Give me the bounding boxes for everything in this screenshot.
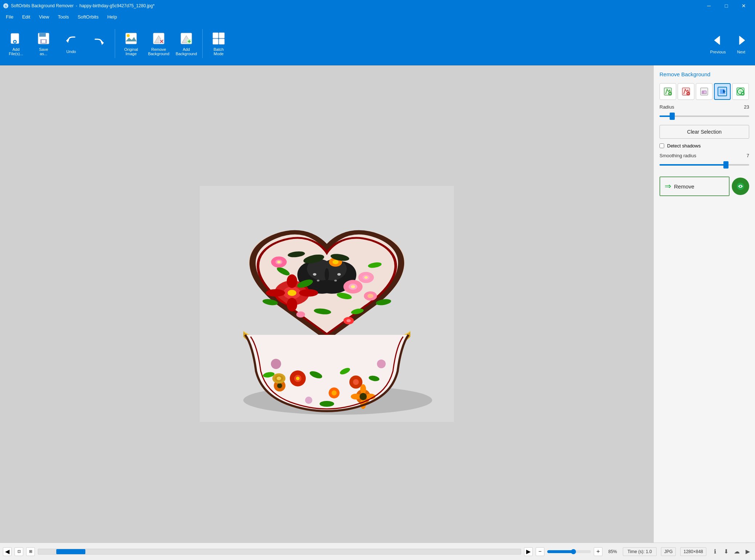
minimize-button[interactable]: ─ (701, 0, 717, 12)
previous-button[interactable]: Previous (707, 25, 729, 62)
zoom-thumb (571, 549, 576, 554)
view-mode-1[interactable]: ⊡ (15, 547, 23, 556)
zoom-level: 85% (605, 549, 620, 554)
download-icon[interactable]: ⬇ (722, 547, 730, 556)
radius-section: Radius 23 (659, 104, 749, 121)
svg-text:S: S (5, 4, 7, 8)
menu-help[interactable]: Help (103, 13, 121, 21)
window-controls: ─ □ ✕ (701, 0, 752, 12)
dimensions-label: 1280×848 (680, 547, 706, 556)
menu-softorbits[interactable]: SoftOrbits (73, 13, 103, 21)
batch-mode-icon (211, 31, 226, 46)
svg-marker-10 (66, 38, 68, 43)
zoom-in-button[interactable]: ＋ (594, 547, 602, 556)
add-file-label: AddFile(s)... (9, 47, 23, 56)
remove-background-icon (151, 31, 166, 46)
svg-point-114 (737, 183, 744, 190)
remove-brush-button[interactable] (678, 83, 694, 100)
menu-bar: File Edit View Tools SoftOrbits Help (0, 12, 755, 22)
undo-icon (64, 33, 78, 48)
keep-brush-button[interactable] (659, 83, 676, 100)
app-icon: S (3, 3, 9, 9)
detect-shadows-checkbox[interactable] (659, 143, 664, 148)
remove-cycle-button[interactable] (732, 178, 749, 195)
save-as-label: Saveas... (39, 47, 48, 56)
scroll-track[interactable] (38, 549, 521, 555)
previous-icon (711, 33, 725, 48)
svg-point-67 (277, 261, 281, 263)
redo-icon (92, 36, 106, 50)
redo-button[interactable] (86, 25, 112, 62)
menu-tools[interactable]: Tools (53, 13, 73, 21)
status-bar: ◀ ⊡ ⊞ ▶ － ＋ 85% Time (s): 1.0 JPG 1280×8… (0, 543, 755, 560)
svg-point-52 (364, 276, 368, 279)
smoothing-radius-section: Smoothing radius 7 (659, 153, 749, 169)
cloud-icon[interactable]: ☁ (732, 547, 741, 556)
svg-point-85 (360, 384, 366, 394)
zoom-out-button[interactable]: － (536, 547, 544, 556)
next-button[interactable]: Next (730, 25, 752, 62)
svg-point-36 (337, 273, 341, 276)
svg-point-99 (277, 377, 281, 380)
svg-point-54 (367, 294, 373, 298)
view-mode-2[interactable]: ⊞ (26, 547, 35, 556)
svg-point-81 (271, 359, 281, 369)
toolbar: AddFile(s)... Saveas... Undo (0, 22, 755, 65)
svg-point-80 (332, 390, 337, 395)
info-icon[interactable]: ℹ (711, 547, 719, 556)
remove-arrow-icon: ⇒ (665, 182, 671, 191)
svg-point-76 (296, 377, 300, 380)
title-bar: S SoftOrbits Background Remover - happy-… (0, 0, 755, 12)
original-image-button[interactable]: OriginalImage (118, 25, 144, 62)
svg-point-83 (305, 397, 312, 404)
file-name: - (76, 3, 77, 8)
svg-marker-26 (714, 36, 720, 45)
undo-label: Undo (66, 49, 76, 54)
scroll-right-button[interactable]: ▶ (524, 547, 533, 556)
add-file-button[interactable]: AddFile(s)... (3, 25, 29, 62)
svg-point-91 (277, 383, 282, 388)
add-background-icon (179, 31, 194, 46)
remove-label: Remove (674, 183, 694, 190)
remove-button[interactable]: ⇒ Remove (659, 176, 730, 196)
menu-edit[interactable]: Edit (18, 13, 34, 21)
undo-button[interactable]: Undo (58, 25, 84, 62)
batch-mode-button[interactable]: BatchMode (206, 25, 232, 62)
scroll-left-button[interactable]: ◀ (3, 547, 12, 556)
svg-marker-28 (739, 36, 745, 45)
right-panel: Remove Background (653, 65, 755, 543)
smart-select-button[interactable] (714, 83, 731, 100)
remove-background-label: RemoveBackground (148, 47, 170, 56)
clear-selection-button[interactable]: Clear Selection (659, 125, 749, 139)
next-icon (734, 33, 748, 48)
canvas-area[interactable] (0, 65, 653, 543)
svg-point-45 (266, 289, 285, 296)
svg-marker-11 (102, 41, 104, 45)
maximize-button[interactable]: □ (718, 0, 735, 12)
main-area: Remove Background (0, 65, 755, 543)
svg-point-69 (346, 319, 351, 322)
close-button[interactable]: ✕ (735, 0, 752, 12)
remove-background-button[interactable]: RemoveBackground (146, 25, 172, 62)
smoothing-radius-value: 7 (747, 153, 749, 158)
menu-file[interactable]: File (1, 13, 18, 21)
svg-rect-106 (702, 91, 704, 94)
add-background-button[interactable]: AddBackground (173, 25, 199, 62)
canvas-image (200, 186, 454, 422)
save-as-button[interactable]: Saveas... (31, 25, 57, 62)
status-icons: ℹ ⬇ ☁ ▶ (711, 547, 752, 556)
status-right: Time (s): 1.0 JPG 1280×848 ℹ ⬇ ☁ ▶ (623, 547, 752, 556)
zoom-fill (547, 550, 573, 553)
smart-erase-button[interactable] (732, 83, 749, 100)
svg-point-13 (127, 34, 130, 37)
svg-point-96 (320, 401, 334, 407)
add-file-icon (9, 31, 23, 46)
smoothing-radius-label: Smoothing radius (659, 153, 696, 158)
title-bar-left: S SoftOrbits Background Remover - happy-… (3, 3, 155, 9)
video-icon[interactable]: ▶ (743, 547, 752, 556)
original-image-label: OriginalImage (124, 47, 138, 56)
eraser-button[interactable] (696, 83, 713, 100)
menu-view[interactable]: View (34, 13, 53, 21)
svg-point-82 (377, 360, 386, 368)
format-label: JPG (661, 547, 676, 556)
